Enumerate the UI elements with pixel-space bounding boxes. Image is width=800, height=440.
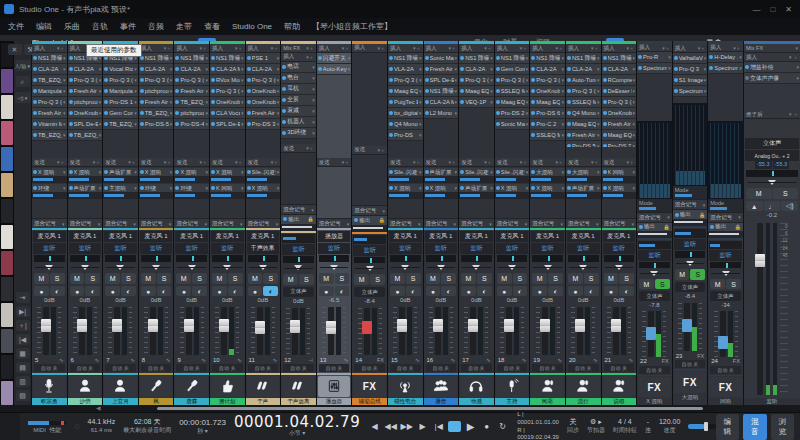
gain-value[interactable]: -34 bbox=[708, 302, 743, 311]
output-bus-select[interactable]: 混合记号▾ bbox=[673, 199, 708, 209]
channel-strip-7[interactable]: 插入▾＋NS1 降噪▾Vocal Rider ..▾Pro-Q 3 (17)▾M… bbox=[103, 41, 138, 405]
output-bus-select[interactable]: 混合记号▾ bbox=[210, 218, 245, 228]
menu-item[interactable]: 编辑 bbox=[36, 21, 52, 32]
insert-slot[interactable]: CLA-2A▾ bbox=[246, 64, 281, 75]
channel-icon-tile[interactable]: FX bbox=[638, 377, 671, 397]
send-header[interactable]: 发送▾＋ bbox=[566, 158, 601, 167]
input-label[interactable]: 麦克风 1 bbox=[425, 231, 458, 242]
output-port-select[interactable]: 输出🔒 bbox=[673, 209, 708, 219]
main-volume-slider[interactable] bbox=[688, 424, 715, 429]
channel-fader[interactable] bbox=[68, 306, 103, 355]
gain-value[interactable]: -8.4 bbox=[673, 293, 708, 302]
insert-header[interactable]: 插入▾＋ bbox=[174, 44, 209, 53]
output-bus-select[interactable]: 混合记号▾ bbox=[602, 218, 637, 228]
channel-name-label[interactable]: 唐森 bbox=[174, 398, 209, 405]
insert-slot[interactable]: pitchproof-5..▾ bbox=[174, 108, 209, 119]
input-label[interactable]: 麦克风 1 bbox=[496, 231, 529, 242]
gain-value[interactable]: 0dB bbox=[566, 297, 601, 306]
output-bus-select[interactable]: 混合记号▾ bbox=[530, 218, 565, 228]
output-bus-select[interactable]: 混合记号▾ bbox=[388, 218, 423, 228]
channel-fader[interactable] bbox=[530, 306, 565, 355]
rail-thumb[interactable] bbox=[1, 199, 13, 223]
metronome-icon[interactable]: ♩ bbox=[764, 201, 781, 211]
insert-slot[interactable]: Pro-Q 3 (6)▾ bbox=[246, 75, 281, 86]
insert-slot[interactable]: 闪避开关▾ bbox=[317, 53, 352, 64]
send-slot[interactable]: K 回响▾ bbox=[210, 184, 245, 199]
insert-slot[interactable]: OneKnob Ph..▾ bbox=[602, 108, 637, 119]
gain-value[interactable]: 0dB bbox=[459, 297, 494, 306]
channel-icon-tile[interactable] bbox=[460, 376, 493, 397]
transport-button-3[interactable]: ▶ bbox=[416, 422, 429, 431]
menu-item[interactable]: 文件 bbox=[8, 21, 24, 32]
gain-value[interactable]: -7.8 bbox=[637, 302, 672, 311]
insert-header[interactable]: 插入▾＋ bbox=[459, 44, 494, 53]
insert-slot[interactable]: PSE 1▾ bbox=[246, 53, 281, 64]
secondary-time[interactable]: 00:00:01.723秒 ▾ bbox=[179, 418, 226, 436]
insert-slot[interactable]: CLA-2A▾ bbox=[602, 64, 637, 75]
preroll[interactable]: 关回步 bbox=[567, 418, 579, 434]
loop-button[interactable]: ↻ bbox=[496, 422, 509, 431]
gain-value[interactable]: -8.4 bbox=[352, 298, 387, 307]
insert-slot[interactable]: NS1 降噪▾ bbox=[174, 53, 209, 64]
channel-icon-tile[interactable] bbox=[389, 376, 422, 397]
edit-view-button[interactable]: 编辑 bbox=[716, 414, 740, 440]
time-signature[interactable]: 4 / 4时间特征 bbox=[613, 418, 637, 434]
output-device[interactable]: Analog Ou.. + 2 bbox=[745, 150, 799, 161]
send-slot[interactable]: Sile..闪避开关▾ bbox=[388, 168, 423, 183]
cue-mix-bar[interactable] bbox=[354, 257, 385, 264]
input-label[interactable]: 麦克风 1 bbox=[247, 231, 280, 242]
channel-fader[interactable] bbox=[566, 306, 601, 355]
insert-slot[interactable]: Pro-Q 3 (13)▾ bbox=[602, 97, 637, 108]
menu-item[interactable]: 乐曲 bbox=[64, 21, 80, 32]
insert-slot[interactable]: Pro-Q 3 (4)▾ bbox=[32, 97, 67, 108]
insert-slot[interactable]: OneKnob Bri..▾ bbox=[68, 108, 103, 119]
insert-slot[interactable]: OneKnob Bri..▾ bbox=[210, 97, 245, 108]
channel-strip-13[interactable]: 插入▾＋闪避开关▾Auto-Key▾发送▾＋混合记号▾播放器监听MS●◐-6.5… bbox=[317, 41, 352, 405]
cue-mix-bar[interactable] bbox=[497, 255, 528, 262]
insert-slot[interactable]: CLA-2A▾ bbox=[32, 64, 67, 75]
channel-name-label[interactable]: 干声远离 bbox=[281, 398, 316, 405]
menu-item[interactable]: 音频 bbox=[148, 21, 164, 32]
solo-button[interactable]: S bbox=[584, 273, 599, 284]
rail-thumb[interactable] bbox=[1, 173, 13, 197]
record-arm-button[interactable]: ● bbox=[70, 286, 85, 296]
listen-button[interactable]: 监听 bbox=[425, 243, 458, 254]
pan-control[interactable] bbox=[139, 262, 174, 272]
insert-slot[interactable]: NS1 降噪▾ bbox=[32, 53, 67, 64]
gain-value[interactable]: 0dB bbox=[602, 297, 637, 306]
automation-mode[interactable]: 自动 关 bbox=[604, 364, 635, 372]
output-port-select[interactable]: 输出🔒 bbox=[352, 215, 387, 225]
mute-button[interactable]: M bbox=[639, 279, 654, 289]
insert-header[interactable]: 插入▾＋ bbox=[352, 44, 387, 53]
automation-mode[interactable]: 自动 关 bbox=[212, 364, 243, 372]
insert-slot[interactable]: CLA Vocals ..▾ bbox=[210, 108, 245, 119]
send-header[interactable]: 发送▾＋ bbox=[317, 158, 352, 167]
mute-button[interactable]: M bbox=[319, 273, 334, 284]
send-slot[interactable]: X 混响▾ bbox=[246, 184, 281, 199]
automation-mode[interactable]: 自动 关 bbox=[354, 364, 385, 372]
monitor-button[interactable]: ◐ bbox=[619, 286, 634, 296]
monitor-button[interactable]: ◐ bbox=[406, 286, 421, 296]
insert-slot[interactable]: S1 Imager▾ bbox=[673, 75, 708, 86]
automation-mode[interactable]: 自动 关 bbox=[319, 364, 350, 372]
record-arm-button[interactable]: ● bbox=[248, 286, 263, 296]
cue-mix-bar[interactable] bbox=[70, 255, 101, 262]
main-time-display[interactable]: 00001.04.02.79小节 ▾ bbox=[234, 415, 360, 438]
solo-button[interactable]: S bbox=[513, 273, 528, 284]
transport-button-1[interactable]: ◀◀ bbox=[384, 422, 397, 431]
insert-slot[interactable]: TB_EZQ_v3..▾ bbox=[103, 119, 138, 130]
channel-name-label[interactable]: X 混响 bbox=[637, 398, 672, 405]
gain-value[interactable]: 0dB bbox=[174, 297, 209, 306]
cue-mix-bar[interactable] bbox=[283, 256, 314, 263]
insert-slot[interactable]: bx_digital V3▾ bbox=[388, 108, 423, 119]
cue-mix-bar[interactable] bbox=[248, 255, 279, 262]
insert-slot[interactable]: RCompressor..▾ bbox=[602, 75, 637, 86]
solo-button[interactable]: S bbox=[335, 273, 350, 284]
gain-value[interactable]: 0dB bbox=[246, 297, 281, 306]
output-bus-select[interactable]: 混合记号▾ bbox=[459, 218, 494, 228]
mute-button[interactable]: M bbox=[141, 273, 156, 284]
post-fader-send-header[interactable]: 推子后▾ ＋ bbox=[744, 110, 800, 119]
rail-thumb[interactable] bbox=[1, 329, 13, 353]
monitor-button[interactable]: ◐ bbox=[477, 286, 492, 296]
main-gain-value[interactable]: -0.2 bbox=[744, 212, 800, 221]
